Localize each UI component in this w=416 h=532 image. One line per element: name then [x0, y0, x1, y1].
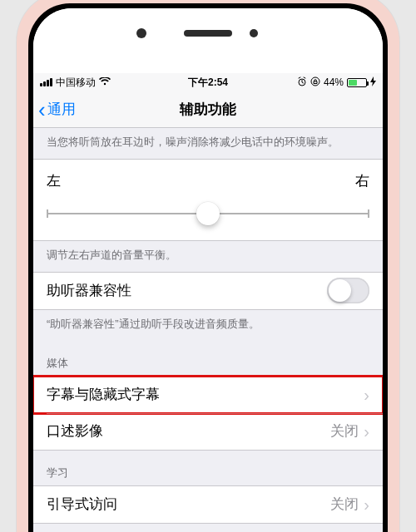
proximity-sensor [250, 29, 258, 37]
hearing-aid-footer: “助听器兼容性”通过助听手段改进音频质量。 [33, 310, 383, 341]
audio-description-cell[interactable]: 口述影像 关闭 › [33, 413, 383, 450]
balance-slider[interactable] [47, 202, 369, 225]
media-header: 媒体 [33, 341, 383, 376]
carrier-label: 中国移动 [56, 76, 96, 90]
battery-icon [347, 78, 367, 87]
balance-left-label: 左 [47, 171, 61, 190]
hearing-aid-cell[interactable]: 助听器兼容性 [33, 273, 383, 309]
guided-access-label: 引导式访问 [47, 495, 330, 514]
front-camera [136, 28, 146, 38]
hearing-aid-toggle[interactable] [327, 278, 369, 303]
learning-header: 学习 [33, 451, 383, 485]
audio-description-value: 关闭 [330, 421, 359, 441]
screen: 中国移动 下午2:54 44% [33, 73, 383, 532]
phone-frame: 中国移动 下午2:54 44% [17, 0, 399, 532]
audio-balance-cell: 左 右 [33, 159, 383, 241]
chevron-right-icon: › [364, 496, 369, 513]
signal-icon [40, 78, 52, 86]
charging-icon [370, 76, 376, 89]
back-button[interactable]: ‹ 通用 [38, 100, 76, 119]
page-title: 辅助功能 [33, 100, 383, 119]
alarm-icon [297, 76, 307, 89]
wifi-icon [99, 76, 111, 88]
chevron-left-icon: ‹ [38, 101, 46, 119]
chevron-right-icon: › [364, 423, 369, 440]
chevron-right-icon: › [364, 387, 369, 403]
nav-bar: ‹ 通用 辅助功能 [33, 91, 383, 128]
phone-bezel: 中国移动 下午2:54 44% [28, 3, 388, 532]
hearing-aid-label: 助听器兼容性 [47, 281, 327, 300]
noise-cancel-footer: 当您将听筒放在耳边时，噪声消除将减少电话中的环境噪声。 [33, 128, 383, 159]
subtitles-cell[interactable]: 字幕与隐藏式字幕 › [33, 377, 383, 413]
guided-access-cell[interactable]: 引导式访问 关闭 › [33, 486, 383, 523]
phone-top-bezel [33, 8, 383, 73]
subtitles-label: 字幕与隐藏式字幕 [47, 385, 364, 404]
rotation-lock-icon [310, 76, 320, 89]
guided-access-value: 关闭 [330, 495, 359, 514]
battery-pct: 44% [324, 76, 344, 88]
status-bar: 中国移动 下午2:54 44% [33, 73, 383, 91]
balance-footer: 调节左右声道的音量平衡。 [33, 241, 383, 272]
slider-thumb[interactable] [196, 202, 220, 225]
audio-description-label: 口述影像 [47, 421, 330, 441]
earpiece-speaker [184, 30, 232, 37]
balance-right-label: 右 [355, 171, 369, 190]
status-time: 下午2:54 [152, 76, 265, 90]
back-label: 通用 [47, 100, 76, 119]
